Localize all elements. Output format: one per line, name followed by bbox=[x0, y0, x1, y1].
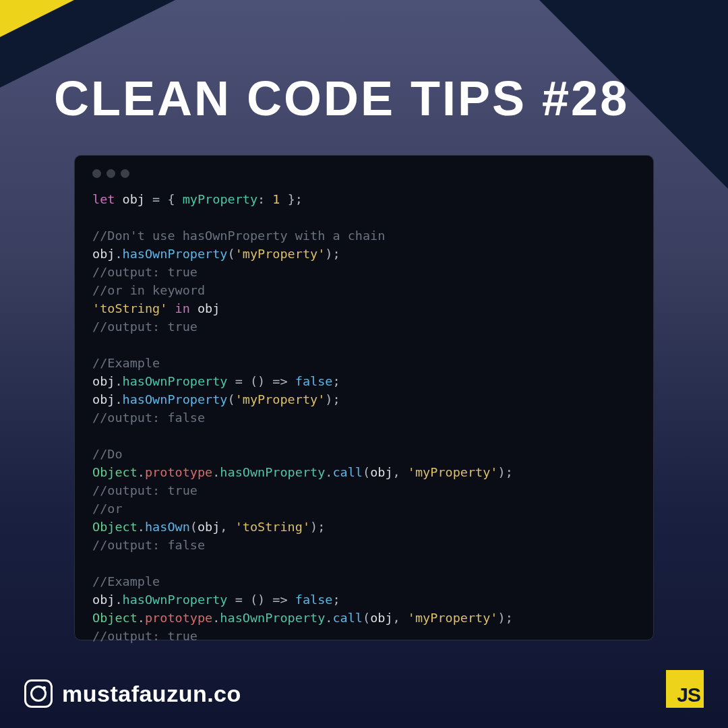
code-token-punct: = () => bbox=[228, 374, 295, 388]
corner-accent-top-left-yellow bbox=[0, 0, 74, 37]
code-token-var: obj bbox=[370, 611, 392, 625]
code-token-var: obj bbox=[198, 301, 220, 315]
code-token-punct: ( bbox=[228, 247, 235, 261]
code-token-comment: //Example bbox=[92, 356, 160, 370]
code-token-comment: //output: true bbox=[92, 629, 198, 643]
js-badge: JS bbox=[666, 670, 704, 708]
code-token-punct: = { bbox=[145, 192, 183, 206]
code-token-comment: //output: false bbox=[92, 538, 205, 552]
code-token-false: false bbox=[295, 593, 333, 607]
code-token-comment: //Don't use hasOwnProperty with a chain bbox=[92, 229, 385, 243]
code-token-punct bbox=[190, 301, 198, 315]
page-title: CLEAN CODE TIPS #28 bbox=[54, 71, 629, 126]
code-token-var: obj bbox=[198, 520, 220, 534]
code-token-var: obj bbox=[92, 247, 115, 261]
code-token-punct: ); bbox=[325, 392, 340, 406]
code-token-punct bbox=[167, 301, 175, 315]
code-token-var: obj bbox=[92, 374, 115, 388]
code-token-method: hasOwn bbox=[145, 520, 190, 534]
author-handle: mustafauzun.co bbox=[62, 681, 241, 707]
code-token-punct: . bbox=[325, 611, 332, 625]
code-token-punct: , bbox=[393, 611, 408, 625]
code-token-proto: prototype bbox=[145, 465, 212, 479]
code-token-punct: ); bbox=[498, 611, 513, 625]
window-dot bbox=[121, 169, 129, 178]
code-token-punct: = () => bbox=[228, 593, 295, 607]
code-token-punct: , bbox=[220, 520, 235, 534]
js-badge-label: JS bbox=[677, 684, 700, 706]
code-token-punct: ( bbox=[363, 611, 370, 625]
code-token-comment: //output: true bbox=[92, 483, 198, 497]
code-token-punct: . bbox=[138, 465, 145, 479]
code-token-punct: ( bbox=[363, 465, 370, 479]
code-token-num: 1 bbox=[272, 192, 280, 206]
code-token-method: call bbox=[332, 611, 363, 625]
code-token-var: obj bbox=[92, 392, 115, 406]
code-token-punct: ); bbox=[310, 520, 325, 534]
code-token-punct: ; bbox=[332, 374, 340, 388]
code-token-punct: , bbox=[393, 465, 408, 479]
code-token-comment: //Do bbox=[92, 447, 123, 461]
code-token-prop: myProperty bbox=[183, 192, 257, 206]
code-token-class: Object bbox=[92, 465, 138, 479]
code-token-punct: . bbox=[212, 465, 220, 479]
code-token-method: call bbox=[332, 465, 363, 479]
code-token-punct: . bbox=[115, 374, 122, 388]
code-token-punct: . bbox=[115, 247, 122, 261]
instagram-icon bbox=[24, 679, 53, 708]
code-block: let obj = { myProperty: 1 }; //Don't use… bbox=[92, 190, 636, 645]
code-token-str: 'toString' bbox=[92, 301, 167, 315]
code-token-punct: ); bbox=[498, 465, 513, 479]
code-token-class: Object bbox=[92, 611, 138, 625]
footer: mustafauzun.co bbox=[24, 679, 241, 708]
code-token-prop: hasOwnProperty bbox=[123, 374, 228, 388]
code-token-punct: }; bbox=[280, 192, 303, 206]
code-token-comment: //or bbox=[92, 502, 123, 516]
code-token-kw: let bbox=[92, 192, 123, 206]
code-token-class: Object bbox=[92, 520, 138, 534]
code-token-str: 'myProperty' bbox=[408, 465, 498, 479]
code-token-punct: . bbox=[212, 611, 220, 625]
code-token-punct: ( bbox=[228, 392, 235, 406]
code-token-punct: . bbox=[115, 593, 122, 607]
code-token-str: 'myProperty' bbox=[235, 247, 326, 261]
code-token-punct: ; bbox=[332, 593, 340, 607]
code-token-punct: . bbox=[115, 392, 122, 406]
code-token-punct: . bbox=[138, 611, 145, 625]
code-token-str: 'myProperty' bbox=[235, 392, 326, 406]
code-token-var: obj bbox=[370, 465, 392, 479]
code-token-method: hasOwnProperty bbox=[123, 392, 228, 406]
code-token-proto: prototype bbox=[145, 611, 212, 625]
code-token-comment: //or in keyword bbox=[92, 283, 205, 297]
code-token-prop: hasOwnProperty bbox=[123, 593, 228, 607]
code-token-str: 'myProperty' bbox=[408, 611, 498, 625]
window-dot bbox=[92, 169, 101, 178]
code-token-var: obj bbox=[92, 593, 115, 607]
code-token-kw: in bbox=[175, 301, 190, 315]
window-dot bbox=[107, 169, 115, 178]
code-token-str: 'toString' bbox=[235, 520, 310, 534]
code-token-prop: hasOwnProperty bbox=[220, 611, 325, 625]
code-token-comment: //output: true bbox=[92, 320, 198, 334]
code-token-comment: //output: true bbox=[92, 265, 198, 279]
code-token-false: false bbox=[295, 374, 333, 388]
code-token-comment: //Example bbox=[92, 574, 160, 588]
code-token-punct: ( bbox=[190, 520, 198, 534]
code-token-prop: hasOwnProperty bbox=[220, 465, 325, 479]
window-controls bbox=[92, 169, 636, 178]
code-editor-window: let obj = { myProperty: 1 }; //Don't use… bbox=[74, 155, 654, 640]
code-token-punct: . bbox=[138, 520, 145, 534]
code-token-comment: //output: false bbox=[92, 411, 205, 425]
code-token-punct: . bbox=[325, 465, 332, 479]
code-token-punct: : bbox=[257, 192, 272, 206]
code-token-var: obj bbox=[123, 192, 145, 206]
code-token-punct: ); bbox=[325, 247, 340, 261]
code-token-method: hasOwnProperty bbox=[123, 247, 228, 261]
